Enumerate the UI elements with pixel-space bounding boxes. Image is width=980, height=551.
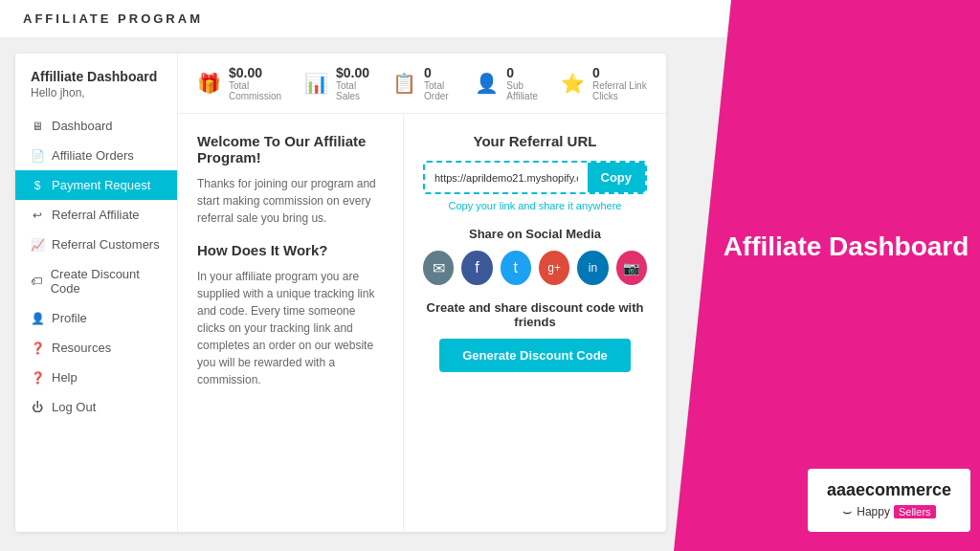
discount-title: Create and share discount code with frie… [423, 300, 647, 329]
sidebar-item-resources[interactable]: ❓ Resources [15, 333, 177, 363]
sidebar-label-help: Help [52, 370, 78, 385]
brand-title: Affiliate Dashboard [685, 230, 969, 264]
sidebar-greeting: Hello jhon, [31, 86, 162, 99]
log-out-icon: ⏻ [31, 401, 44, 414]
referral-link-value: 0 [592, 65, 647, 80]
instagram-share-button[interactable]: 📷 [616, 251, 647, 285]
help-icon: ❓ [31, 371, 44, 385]
stat-referral-link: ⭐ 0 Referral Link Clicks [561, 65, 647, 101]
google-share-button[interactable]: g+ [539, 251, 569, 285]
discount-section: Create and share discount code with frie… [423, 300, 647, 372]
resources-icon: ❓ [31, 342, 44, 355]
tagline-sellers: Sellers [894, 505, 936, 518]
smile-icon: ⌣ [842, 503, 853, 520]
create-discount-icon: 🏷 [31, 275, 43, 288]
order-value: 0 [424, 65, 452, 80]
order-icon: 📋 [392, 72, 416, 95]
referral-customers-icon: 📈 [31, 238, 44, 252]
main-content: 🎁 $0.00 Total Commission 📊 $0.00 Total S… [178, 54, 666, 532]
sidebar-title: Affilliate Dashboard [31, 69, 162, 84]
sidebar-label-referral-affiliate: Referral Affiliate [52, 208, 140, 222]
sidebar-label-affiliate-orders: Affiliate Orders [52, 148, 134, 163]
sidebar-item-dashboard[interactable]: 🖥 Dashboard [15, 111, 177, 141]
copy-hint: Copy your link and share it anywhere [423, 200, 647, 211]
right-panel: Your Referral URL Copy Copy your link an… [404, 114, 666, 532]
sidebar-item-payment-request[interactable]: $ Payment Request [15, 170, 177, 200]
sidebar-label-dashboard: Dashboard [52, 119, 113, 133]
welcome-title: Welcome To Our Affiliate Program! [197, 133, 384, 165]
sidebar-nav: 🖥 Dashboard 📄 Affiliate Orders $ Payment… [15, 111, 177, 422]
referral-affiliate-icon: ↩ [31, 209, 44, 222]
sub-affiliate-label: Sub Affiliate [506, 80, 538, 101]
sidebar-item-affiliate-orders[interactable]: 📄 Affiliate Orders [15, 141, 177, 170]
card-area: Affilliate Dashboard Hello jhon, 🖥 Dashb… [15, 54, 666, 532]
sidebar-label-resources: Resources [52, 341, 111, 355]
email-share-button[interactable]: ✉ [423, 251, 454, 285]
sales-label: Total Sales [336, 80, 369, 101]
stats-bar: 🎁 $0.00 Total Commission 📊 $0.00 Total S… [178, 54, 666, 114]
referral-link-icon: ⭐ [561, 72, 585, 95]
referral-link-label: Referral Link Clicks [592, 80, 647, 101]
stat-total-commission: 🎁 $0.00 Total Commission [197, 65, 281, 101]
affiliate-orders-icon: 📄 [31, 149, 44, 163]
sidebar-item-log-out[interactable]: ⏻ Log Out [15, 392, 177, 422]
sidebar-item-referral-affiliate[interactable]: ↩ Referral Affiliate [15, 200, 177, 230]
social-icons: ✉ f t g+ in 📷 [423, 251, 647, 285]
brand-logo: aaaecommerce ⌣ Happy Sellers [808, 469, 970, 532]
dashboard-icon: 🖥 [31, 120, 44, 133]
sidebar-label-profile: Profile [52, 311, 87, 325]
commission-label: Total Commission [229, 80, 281, 101]
how-it-works-text: In your affiliate program you are suppli… [197, 268, 384, 388]
how-it-works-title: How Does It Work? [197, 242, 384, 258]
stat-total-sales: 📊 $0.00 Total Sales [304, 65, 369, 101]
referral-url-title: Your Referral URL [423, 133, 647, 149]
facebook-share-button[interactable]: f [461, 251, 492, 285]
sidebar-label-referral-customers: Referral Customers [52, 237, 160, 252]
sidebar-item-create-discount[interactable]: 🏷 Create Discount Code [15, 259, 177, 303]
sidebar-header: Affilliate Dashboard Hello jhon, [15, 69, 177, 111]
sales-icon: 📊 [304, 72, 328, 95]
twitter-share-button[interactable]: t [501, 251, 531, 285]
sales-value: $0.00 [336, 65, 369, 80]
social-share-title: Share on Social Media [423, 227, 647, 241]
welcome-intro: Thanks for joining our program and start… [197, 175, 384, 227]
stat-total-order: 📋 0 Total Order [392, 65, 452, 101]
order-label: Total Order [424, 80, 452, 101]
linkedin-share-button[interactable]: in [577, 251, 608, 285]
commission-value: $0.00 [229, 65, 281, 80]
sidebar-label-create-discount: Create Discount Code [51, 267, 162, 296]
sidebar-item-help[interactable]: ❓ Help [15, 363, 177, 392]
commission-icon: 🎁 [197, 72, 221, 95]
sidebar-item-profile[interactable]: 👤 Profile [15, 303, 177, 333]
logo-aaa: aaa [827, 480, 856, 499]
sub-affiliate-value: 0 [506, 65, 538, 80]
payment-request-icon: $ [31, 179, 44, 192]
sidebar-item-referral-customers[interactable]: 📈 Referral Customers [15, 230, 177, 259]
left-panel: Welcome To Our Affiliate Program! Thanks… [178, 114, 404, 532]
generate-discount-button[interactable]: Generate Discount Code [439, 339, 631, 372]
referral-url-box: Copy [423, 161, 647, 194]
content-area: Welcome To Our Affiliate Program! Thanks… [178, 114, 666, 532]
logo-ecommerce: ecommerce [856, 480, 951, 499]
sidebar-label-payment-request: Payment Request [52, 178, 150, 192]
page-title: AFFILIATE PROGRAM [23, 11, 203, 26]
sidebar: Affilliate Dashboard Hello jhon, 🖥 Dashb… [15, 54, 178, 532]
social-share: Share on Social Media ✉ f t g+ in 📷 [423, 227, 647, 285]
copy-button[interactable]: Copy [588, 163, 646, 192]
sub-affiliate-icon: 👤 [475, 72, 499, 95]
sidebar-label-log-out: Log Out [52, 400, 96, 414]
referral-url-input[interactable] [425, 165, 588, 191]
stat-sub-affiliate: 👤 0 Sub Affiliate [475, 65, 538, 101]
profile-icon: 👤 [31, 312, 44, 325]
tagline-happy: Happy [857, 505, 890, 518]
